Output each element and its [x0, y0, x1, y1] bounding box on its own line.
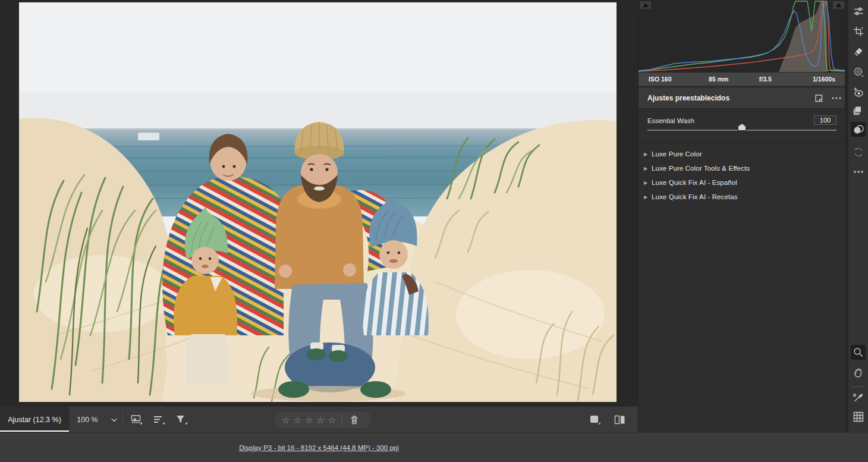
preset-group-luxe-quick-fix-espanol[interactable]: ▶ Luxe Quick Fix AI - Español [639, 175, 845, 190]
iso-value: ISO 160 [639, 76, 696, 83]
thumbnail-view-button[interactable] [130, 413, 144, 427]
expander-triangle-icon: ▶ [644, 152, 652, 157]
filter-icon [176, 414, 188, 425]
more-options-icon [853, 171, 864, 173]
presets-tool-button[interactable] [851, 122, 866, 137]
crop-rotate-icon [853, 26, 864, 37]
delete-button[interactable] [347, 413, 361, 427]
star-icon[interactable]: ☆ [293, 416, 301, 425]
tool-column-more-button[interactable] [851, 164, 866, 179]
star-icon[interactable]: ☆ [305, 416, 313, 425]
grid-overlay-button[interactable] [851, 409, 866, 424]
zoom-magnifier-icon [853, 347, 864, 358]
image-settings-link[interactable]: Display P3 - bit 16 - 8192 x 5464 (44.8 … [239, 444, 398, 451]
healing-tool-button[interactable] [851, 44, 866, 59]
highlight-clip-triangle-icon [836, 3, 842, 7]
expander-triangle-icon: ▶ [644, 180, 652, 186]
focal-length-value: 85 mm [696, 76, 743, 83]
healing-icon [853, 46, 864, 57]
preset-amount-slider[interactable] [647, 130, 836, 131]
preset-groups-list: ▶ Luxe Pure Color ▶ Luxe Pure Color Tool… [639, 147, 845, 204]
expander-triangle-icon: ▶ [644, 194, 652, 200]
new-preset-button[interactable] [810, 88, 828, 108]
new-preset-icon [814, 94, 823, 103]
presets-panel: ISO 160 85 mm f/3.5 1/1600s Ajustes pree… [638, 0, 845, 432]
preset-amount-input[interactable]: 100 [814, 115, 836, 125]
shadow-clip-triangle-icon [643, 3, 649, 7]
eyedropper-tool-button[interactable] [851, 390, 866, 405]
masking-tool-button[interactable] [851, 64, 866, 79]
footer-bar: Display P3 - bit 16 - 8192 x 5464 (44.8 … [0, 432, 868, 462]
sort-order-button[interactable] [152, 413, 166, 427]
star-icon[interactable]: ☆ [328, 416, 336, 425]
grid-icon [853, 411, 864, 422]
crop-tool-button[interactable] [851, 24, 866, 39]
photo-preview[interactable] [19, 2, 617, 402]
highlight-clipping-toggle[interactable] [833, 1, 844, 9]
expander-triangle-icon: ▶ [644, 166, 652, 171]
preset-group-luxe-pure-color-tools[interactable]: ▶ Luxe Pure Color Tools & Effects [639, 161, 845, 175]
hand-tool-button[interactable] [851, 365, 866, 380]
preview-toggle-button[interactable] [588, 413, 602, 427]
red-eye-tool-button[interactable] [851, 84, 866, 99]
sort-order-icon [153, 414, 165, 425]
camera-info-bar: ISO 160 85 mm f/3.5 1/1600s [639, 73, 845, 86]
masking-icon [853, 67, 864, 77]
presets-header: Ajustes preestablecidos [639, 88, 845, 109]
fit-zoom-label: Ajustar (12.3 %) [8, 416, 61, 424]
shadow-clipping-toggle[interactable] [640, 1, 651, 9]
star-rating[interactable]: ☆ ☆ ☆ ☆ ☆ [275, 416, 336, 425]
preview-toolbar: Ajustar (12.3 %) 100 % [0, 406, 638, 432]
rating-pill: ☆ ☆ ☆ ☆ ☆ [275, 411, 372, 428]
preset-amount-section: Essential Wash 100 [639, 109, 845, 143]
fit-zoom-tab[interactable]: Ajustar (12.3 %) [0, 407, 69, 433]
refresh-icon [853, 147, 864, 158]
chevron-down-icon [111, 418, 117, 422]
edit-sliders-icon [853, 6, 864, 17]
snapshots-icon [853, 105, 864, 116]
presets-icon [853, 124, 864, 135]
histogram [639, 0, 845, 73]
pill-divider [342, 414, 342, 426]
split-view-icon [614, 415, 626, 425]
tool-divider [851, 386, 864, 387]
slider-thumb[interactable] [738, 124, 746, 131]
aperture-value: f/3.5 [742, 76, 789, 83]
hand-icon [853, 367, 864, 378]
trash-icon [350, 415, 359, 425]
snapshots-tool-button[interactable] [851, 103, 866, 118]
eyedropper-icon [853, 392, 864, 403]
edit-tool-button[interactable] [851, 4, 866, 18]
more-options-icon [832, 97, 841, 99]
zoom-level-value[interactable]: 100 % [69, 407, 106, 433]
histogram-chart [639, 0, 845, 73]
red-eye-icon [853, 87, 864, 98]
zoom-level-dropdown[interactable] [106, 407, 122, 433]
filter-button[interactable] [175, 413, 189, 427]
preset-amount-label: Essential Wash [647, 117, 694, 124]
camera-raw-window: Ajustar (12.3 %) 100 % [0, 0, 868, 462]
presets-menu-button[interactable] [828, 88, 845, 108]
refresh-tool-button[interactable] [851, 144, 866, 159]
beach-family-photo [19, 2, 617, 402]
toolbar-divider [122, 411, 123, 428]
tool-column [848, 0, 868, 432]
image-canvas [0, 0, 638, 406]
preview-toggle-icon [590, 415, 600, 425]
star-icon[interactable]: ☆ [282, 416, 290, 425]
split-view-button[interactable] [613, 413, 627, 427]
presets-title: Ajustes preestablecidos [639, 94, 810, 102]
preset-group-luxe-quick-fix-recetas[interactable]: ▶ Luxe Quick Fix AI - Recetas [639, 190, 845, 204]
star-icon[interactable]: ☆ [316, 416, 324, 425]
shutter-value: 1/1600s [789, 76, 846, 83]
preset-group-luxe-pure-color[interactable]: ▶ Luxe Pure Color [639, 147, 845, 161]
zoom-tool-button[interactable] [851, 345, 866, 360]
thumbnail-view-icon [131, 414, 143, 425]
